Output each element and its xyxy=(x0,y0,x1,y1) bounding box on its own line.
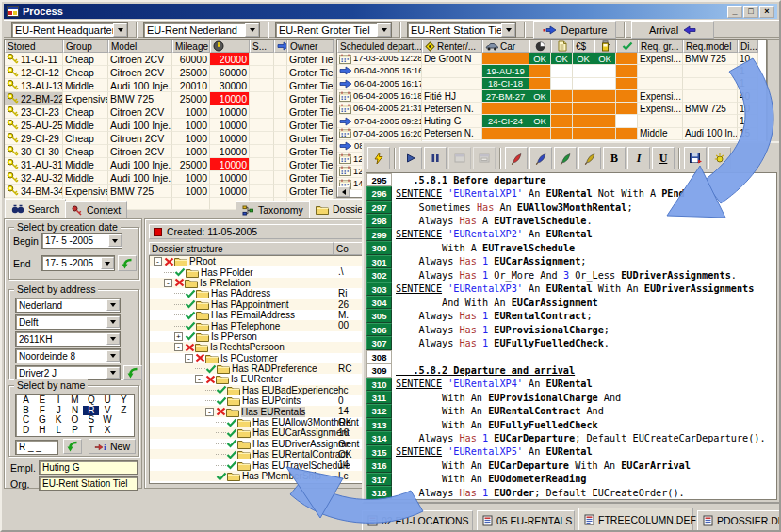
code-line[interactable]: 315SENTENCE 'EURentalXP5' An EURental xyxy=(366,445,776,459)
combo-dropdown-button[interactable] xyxy=(106,333,120,345)
code-line[interactable]: 308 xyxy=(366,350,776,363)
pen-green-button[interactable] xyxy=(554,147,577,169)
window-1-button[interactable] xyxy=(448,147,471,169)
cars-column-header[interactable]: Mileage xyxy=(172,40,210,53)
letter-Z[interactable]: Z xyxy=(116,406,132,416)
rental-row[interactable]: 06-04-2005 16:18Fitié HJ27-BM-27OKExpens… xyxy=(337,90,766,103)
combo-dropdown-button[interactable] xyxy=(106,350,120,362)
code-line[interactable]: 299SENTENCE 'EURentalXP2' An EURental xyxy=(366,228,776,241)
file-tab-05-eu-rentals[interactable]: 05 EU-RENTALS xyxy=(477,510,575,531)
file-tab-ftreecolumn-def[interactable]: FTREECOLUMN.DEF xyxy=(578,508,693,531)
italic-button[interactable]: I xyxy=(627,147,650,169)
location-combo-4[interactable]: EU-Rent Station Tiel xyxy=(407,22,516,38)
combo-dropdown-button[interactable] xyxy=(106,316,120,328)
car-stored-cell[interactable]: 12-CI-12 xyxy=(5,66,63,79)
cars-column-header[interactable] xyxy=(210,40,250,53)
rentals-hscroll-left-button[interactable] xyxy=(337,186,350,197)
letter-M[interactable]: M xyxy=(67,395,83,406)
car-stored-cell[interactable]: 25-AU-25 xyxy=(5,119,63,132)
letter-O[interactable]: O xyxy=(67,415,83,426)
letter-T[interactable]: T xyxy=(83,426,99,436)
address-combo-1[interactable]: Nederland xyxy=(15,298,121,313)
code-line[interactable]: 307 Always Has 1 EUFullyFuelledCheck. xyxy=(366,336,776,349)
letter-A[interactable]: A xyxy=(18,395,34,406)
play-button[interactable] xyxy=(399,147,422,169)
rental-row[interactable]: 06-04-2005 21:31Petersen N.Expensi...BMW… xyxy=(337,103,766,115)
combo-dropdown-button[interactable] xyxy=(245,23,259,37)
column-check-status[interactable] xyxy=(616,40,638,53)
car-row[interactable]: 29-CI-29CheapCitroen 2CV100010000Groter … xyxy=(5,132,334,145)
cars-column-header[interactable]: S... xyxy=(250,40,274,53)
tree-expander-minus[interactable]: - xyxy=(205,408,214,416)
employee-field[interactable]: Huting G xyxy=(39,460,138,475)
car-stored-cell[interactable]: 13-AU-13 xyxy=(5,79,63,92)
car-stored-cell[interactable]: 29-CI-29 xyxy=(5,132,63,145)
reset-date-button[interactable] xyxy=(118,255,137,271)
letter-H[interactable]: H xyxy=(34,426,50,436)
car-row[interactable]: 31-AU-31MiddleAudi 100 Inje...2500010000… xyxy=(5,158,334,171)
column-charge-status[interactable]: €$ xyxy=(573,40,594,53)
code-line[interactable]: 295 .5.8.1 Before departure xyxy=(366,173,776,186)
column-required-group[interactable]: Req. gr... xyxy=(638,40,683,53)
code-line[interactable]: 306 Always Has 1 EUProvisionalCharge; xyxy=(366,323,776,336)
cars-column-header[interactable]: Stored xyxy=(5,40,63,53)
combo-dropdown-button[interactable] xyxy=(501,23,515,37)
letter-X[interactable]: X xyxy=(99,426,115,436)
code-line[interactable]: 309 .5.8.2 Departure and arrival xyxy=(366,363,776,377)
car-stored-cell[interactable]: 31-AU-31 xyxy=(5,158,63,171)
code-line[interactable]: 318 Always Has 1 EUOrder; Default EUCrea… xyxy=(366,486,776,499)
car-stored-cell[interactable]: 23-CI-23 xyxy=(5,105,63,119)
letter-C[interactable]: C xyxy=(18,415,34,426)
address-combo-2[interactable]: Delft xyxy=(15,314,121,330)
end-date-combo[interactable]: 17- 5 -2005 xyxy=(41,255,115,271)
car-row[interactable]: 32-AU-32MiddleAudi 100 Inje...100010000G… xyxy=(5,171,334,185)
code-line[interactable]: 312 With An EURentalContract And xyxy=(366,404,776,417)
begin-date-combo[interactable]: 17- 5 -2005 xyxy=(41,233,122,249)
code-line[interactable]: 297 Sometimes Has An EUAllow3MonthRental… xyxy=(366,201,776,214)
tree-expander-minus[interactable]: - xyxy=(164,279,172,287)
location-combo-3[interactable]: EU-Rent Groter Tiel xyxy=(275,22,392,38)
car-row[interactable]: 12-CI-12CheapCitroen 2CV2500060000Groter… xyxy=(5,66,334,79)
car-stored-cell[interactable]: 34-BM-34 xyxy=(5,185,63,198)
letter-Q[interactable]: Q xyxy=(83,395,99,406)
run-button[interactable] xyxy=(367,147,390,169)
car-row[interactable]: 30-CI-30CheapCitroen 2CV100010000Groter … xyxy=(5,145,334,158)
column-dossier-structure[interactable]: Dossier structure xyxy=(149,242,334,255)
close-button[interactable]: × xyxy=(759,6,774,18)
code-line[interactable]: 313 With An EUFullyFuelledCheck xyxy=(366,418,776,431)
combo-dropdown-button[interactable] xyxy=(106,299,120,311)
departure-button[interactable]: Departure xyxy=(533,21,616,39)
location-combo-1[interactable]: EU-Rent Headquarters xyxy=(11,22,128,38)
letter-U[interactable]: U xyxy=(99,395,115,406)
column-required-model[interactable]: Req.model xyxy=(683,40,738,53)
combo-dropdown-button[interactable] xyxy=(101,257,114,269)
minimize-button[interactable]: _ xyxy=(727,6,742,18)
car-stored-cell[interactable]: 22-BM-22 xyxy=(5,92,63,105)
cars-column-header[interactable] xyxy=(274,40,287,53)
letter-D[interactable]: D xyxy=(18,426,34,436)
letter-S[interactable]: S xyxy=(83,415,99,426)
tree-expander-minus[interactable]: - xyxy=(195,375,203,383)
reset-name-button[interactable] xyxy=(63,439,82,454)
address-combo-3[interactable]: 2611KH xyxy=(15,331,121,347)
car-row[interactable]: 11-CI-11CheapCitroen 2CV6000020000Groter… xyxy=(5,53,334,66)
car-row[interactable]: 22-BM-22ExpensiveBMW 7252500010000Groter… xyxy=(5,92,334,105)
letter-L[interactable]: L xyxy=(51,426,67,436)
letter-I[interactable]: I xyxy=(51,395,67,406)
address-combo-5[interactable]: Driver2 J xyxy=(15,365,121,380)
file-tab-pdossier-def[interactable]: PDOSSIER.DEF xyxy=(697,510,781,531)
location-combo-2[interactable]: EU-Rent Nederland xyxy=(143,22,260,38)
column-fuel-status[interactable] xyxy=(594,40,616,53)
new-button[interactable]: i New xyxy=(89,439,136,454)
column-car[interactable]: Car xyxy=(482,40,529,53)
column-distance[interactable]: Di... xyxy=(738,40,758,53)
letter-Y[interactable]: Y xyxy=(116,395,132,406)
column-renter[interactable]: Renter/... xyxy=(422,40,482,53)
column-document-status[interactable] xyxy=(551,40,573,53)
save-export-button[interactable] xyxy=(684,147,707,169)
code-line[interactable]: 302 Always Has 1 Or_More And 3 Or_Less E… xyxy=(366,268,776,282)
letter-P[interactable]: P xyxy=(67,426,83,436)
tree-expander-plus[interactable]: + xyxy=(174,332,183,341)
tree-expander-minus[interactable]: - xyxy=(154,257,162,266)
code-line[interactable]: 301 Always Has 1 EUCarAssignment; xyxy=(366,255,776,268)
